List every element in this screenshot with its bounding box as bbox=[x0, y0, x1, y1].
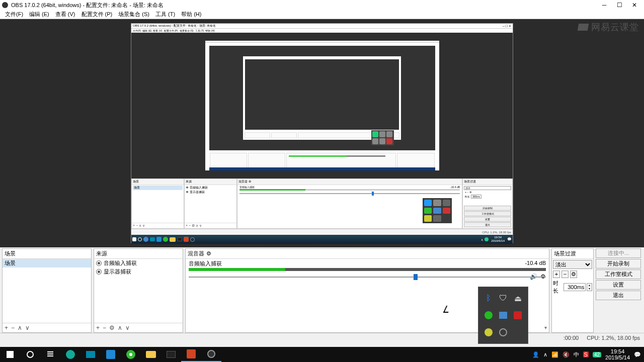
mixer-expand-icon[interactable]: ▾ bbox=[544, 325, 547, 330]
transition-settings-button[interactable] bbox=[570, 270, 577, 278]
bluetooth-tray-icon[interactable]: ᛒ bbox=[482, 291, 494, 305]
notification-badge[interactable]: 42 bbox=[593, 352, 601, 357]
ime-icon[interactable]: 中 bbox=[574, 351, 579, 358]
menu-bar: 文件(F) 编辑 (E) 查看 (V) 配置文件 (P) 场景集合 (S) 工具… bbox=[0, 10, 644, 19]
mixer-db-value: -10.4 dB bbox=[525, 260, 546, 266]
controls-dock: 连接中... 开始录制 工作室模式 设置 退出 bbox=[596, 248, 642, 333]
status-time: :00:00 bbox=[564, 335, 579, 341]
obs-taskbar-icon[interactable] bbox=[201, 347, 221, 362]
sources-dock: 来源 音频输入捕获 显示器捕获 + − ∧ ∨ bbox=[94, 248, 183, 333]
volume-icon[interactable]: 🔇 bbox=[562, 351, 570, 358]
disc-tray-icon[interactable] bbox=[482, 325, 494, 339]
start-stream-button[interactable]: 连接中... bbox=[596, 248, 641, 258]
transition-select[interactable]: 淡出 bbox=[553, 260, 592, 269]
mixer-channel-label: 音频输入捕获 bbox=[189, 260, 222, 266]
mixer-settings-icon[interactable] bbox=[206, 250, 211, 257]
close-button[interactable]: ✕ bbox=[627, 2, 642, 9]
obs-logo-icon bbox=[2, 2, 8, 8]
menu-file[interactable]: 文件(F) bbox=[2, 11, 26, 18]
people-icon[interactable]: 👤 bbox=[532, 351, 539, 358]
source-item[interactable]: 显示器捕获 bbox=[94, 267, 183, 276]
browser-taskbar-icon[interactable] bbox=[121, 347, 141, 362]
duration-spinner[interactable]: ▴▾ bbox=[587, 283, 592, 291]
scenes-add-button[interactable]: + bbox=[5, 324, 8, 331]
window-title: OBS 17.0.2 (64bit, windows) - 配置文件: 未命名 … bbox=[11, 2, 164, 9]
taskbar-clock[interactable]: 19:54 2019/5/14 bbox=[605, 348, 630, 360]
terminal-taskbar-icon[interactable] bbox=[161, 347, 181, 362]
audio-meter bbox=[189, 268, 546, 271]
defender-tray-icon[interactable]: 🛡 bbox=[497, 291, 509, 305]
tray-expand-icon[interactable]: ∧ bbox=[543, 351, 547, 358]
status-bar: :00:00 CPU: 1.2%, 18.00 fps bbox=[0, 333, 644, 342]
tray-hidden-icons-popup: ᛒ 🛡 ⏏ bbox=[478, 287, 528, 344]
inner-taskbar: ∧ 19:542019/5/14 💬 bbox=[131, 235, 513, 244]
sogou-icon[interactable]: S bbox=[583, 351, 589, 357]
obs-tray-icon[interactable] bbox=[497, 325, 509, 339]
network-icon[interactable]: 📶 bbox=[551, 351, 558, 358]
menu-edit[interactable]: 编辑 (E) bbox=[26, 11, 52, 18]
explorer-taskbar-icon[interactable] bbox=[141, 347, 161, 362]
edge-taskbar-icon[interactable] bbox=[60, 347, 80, 362]
captured-window: OBS 17.0.2 (64bit, windows) - 配置文件: 未命名 … bbox=[131, 23, 513, 243]
menu-tools[interactable]: 工具 (T) bbox=[152, 11, 178, 18]
visibility-icon[interactable] bbox=[96, 260, 102, 266]
source-item-label: 显示器捕获 bbox=[104, 268, 131, 276]
menu-profile[interactable]: 配置文件 (P) bbox=[78, 11, 116, 18]
sources-remove-button[interactable]: − bbox=[103, 324, 106, 331]
inner-preview bbox=[131, 33, 513, 178]
menu-view[interactable]: 查看 (V) bbox=[52, 11, 78, 18]
menu-help[interactable]: 帮助 (H) bbox=[178, 11, 204, 18]
sources-add-button[interactable]: + bbox=[96, 324, 100, 331]
mail-taskbar-icon[interactable] bbox=[80, 347, 101, 362]
scenes-down-button[interactable]: ∨ bbox=[25, 324, 30, 331]
inner-tray-popup bbox=[371, 130, 394, 145]
transition-remove-button[interactable]: − bbox=[561, 270, 569, 278]
visibility-icon[interactable] bbox=[96, 269, 102, 275]
window-titlebar: OBS 17.0.2 (64bit, windows) - 配置文件: 未命名 … bbox=[0, 0, 644, 10]
status-cpu: CPU: 1.2%, 18.00 fps bbox=[587, 335, 640, 341]
minimize-button[interactable]: ─ bbox=[597, 2, 612, 9]
inner-docks: 场景 场景 + − ∧ ∨ 来源 👁 音频输入捕获 👁 显示器捕获 + − ⚙ … bbox=[131, 178, 513, 229]
exit-button[interactable]: 退出 bbox=[596, 291, 641, 300]
inner-statusbar: CPU: 1.2%, 18.00 fps bbox=[131, 229, 513, 235]
dock-area: 场景 场景 + − ∧ ∨ 来源 音频输入捕获 显示器捕获 + bbox=[0, 247, 644, 333]
windows-taskbar: 👤 ∧ 📶 🔇 中 S 42 19:54 2019/5/14 💬 bbox=[0, 347, 644, 362]
sources-up-button[interactable]: ∧ bbox=[118, 324, 122, 331]
inner-menubar: 文件(F)编辑 (E) 查看 (V)配置文件 (P) 场景集合 (S)工具 (T… bbox=[131, 29, 513, 33]
system-tray: 👤 ∧ 📶 🔇 中 S 42 19:54 2019/5/14 💬 bbox=[529, 348, 644, 360]
display-tray-icon[interactable] bbox=[497, 308, 509, 322]
duration-input[interactable] bbox=[564, 283, 586, 291]
scenes-remove-button[interactable]: − bbox=[11, 324, 15, 331]
scenes-dock: 场景 场景 + − ∧ ∨ bbox=[2, 248, 92, 333]
powerpoint-taskbar-icon[interactable] bbox=[181, 347, 201, 362]
cortana-button[interactable] bbox=[20, 347, 40, 362]
volume-slider[interactable] bbox=[189, 273, 546, 281]
transitions-dock: 场景过渡 淡出 + − 时长 ▴▾ bbox=[551, 248, 594, 333]
action-center-icon[interactable]: 💬 bbox=[634, 351, 641, 358]
start-record-button[interactable]: 开始录制 bbox=[596, 259, 641, 268]
duration-label: 时长 bbox=[553, 280, 562, 295]
360-tray-icon[interactable] bbox=[482, 308, 494, 322]
preview-canvas[interactable]: 网易云课堂 OBS 17.0.2 (64bit, windows) - 配置文件… bbox=[0, 19, 644, 247]
sources-down-button[interactable]: ∨ bbox=[125, 324, 130, 331]
inner-tray-popup-2 bbox=[423, 198, 452, 223]
scenes-up-button[interactable]: ∧ bbox=[18, 324, 22, 331]
sources-settings-button[interactable] bbox=[109, 324, 115, 331]
source-item[interactable]: 音频输入捕获 bbox=[94, 259, 183, 267]
sources-title: 来源 bbox=[94, 249, 183, 259]
eject-tray-icon[interactable]: ⏏ bbox=[512, 291, 524, 305]
scenes-title: 场景 bbox=[3, 249, 91, 259]
transition-add-button[interactable]: + bbox=[553, 270, 560, 278]
studio-mode-button[interactable]: 工作室模式 bbox=[596, 269, 641, 279]
watermark-icon bbox=[578, 24, 589, 31]
adobe-tray-icon[interactable] bbox=[512, 308, 524, 322]
taskview-button[interactable] bbox=[40, 347, 60, 362]
scene-item[interactable]: 场景 bbox=[3, 259, 91, 267]
vscode-taskbar-icon[interactable] bbox=[101, 347, 121, 362]
settings-button[interactable]: 设置 bbox=[596, 280, 641, 290]
transitions-title: 场景过渡 bbox=[552, 249, 593, 259]
maximize-button[interactable]: ☐ bbox=[612, 2, 627, 9]
menu-scene-collection[interactable]: 场景集合 (S) bbox=[115, 11, 152, 18]
inner-titlebar: OBS 17.0.2 (64bit, windows) - 配置文件: 未命名 … bbox=[131, 24, 513, 29]
start-button[interactable] bbox=[0, 347, 20, 362]
